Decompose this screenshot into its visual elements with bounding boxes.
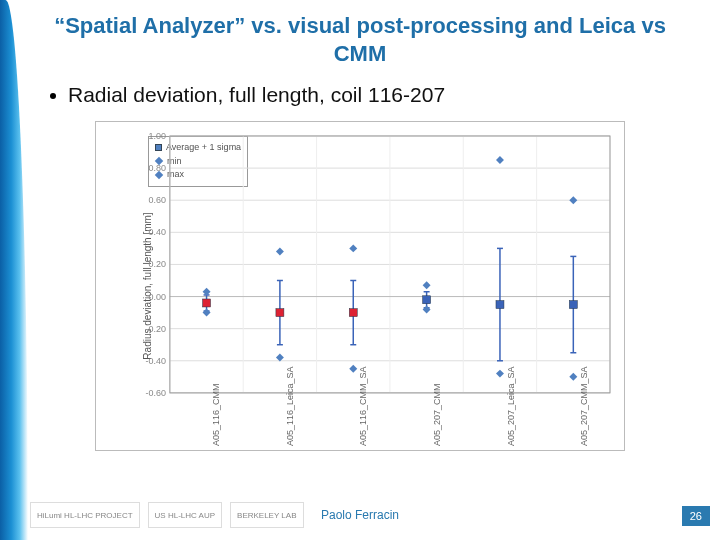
svg-text:0.80: 0.80 xyxy=(148,163,165,173)
svg-rect-34 xyxy=(276,309,284,317)
svg-text:0.00: 0.00 xyxy=(148,292,165,302)
slide-footer: HiLumi HL-LHC PROJECT US HL-LHC AUP BERK… xyxy=(0,492,720,534)
bullet-text: Radial deviation, full length, coil 116-… xyxy=(68,83,445,106)
chart-container: Radius deviation, full length [mm] Avera… xyxy=(95,121,625,451)
page-number: 26 xyxy=(682,506,710,526)
svg-rect-30 xyxy=(203,299,211,307)
svg-text:0.60: 0.60 xyxy=(148,195,165,205)
chart-category-label: A05_116_CMM xyxy=(211,383,221,446)
logo-lbnl: BERKELEY LAB xyxy=(230,502,303,528)
logo-row: HiLumi HL-LHC PROJECT US HL-LHC AUP BERK… xyxy=(30,502,304,528)
svg-rect-38 xyxy=(349,309,357,317)
logo-hilumi: HiLumi HL-LHC PROJECT xyxy=(30,502,140,528)
svg-rect-46 xyxy=(496,301,504,309)
chart-category-label: A05_207_CMM_SA xyxy=(579,366,589,446)
svg-text:-0.60: -0.60 xyxy=(145,388,165,397)
svg-text:-0.20: -0.20 xyxy=(145,324,165,334)
svg-text:0.40: 0.40 xyxy=(148,227,165,237)
slide-title: “Spatial Analyzer” vs. visual post-proce… xyxy=(0,0,720,77)
bullet-item: Radial deviation, full length, coil 116-… xyxy=(0,77,720,113)
chart-category-label: A05_116_CMM_SA xyxy=(358,366,368,446)
chart-plot-area: -0.60-0.40-0.200.000.200.400.600.801.00 xyxy=(140,132,616,397)
chart-category-label: A05_116_Leica_SA xyxy=(285,366,295,446)
chart-category-label: A05_207_CMM xyxy=(432,383,442,446)
chart-category-label: A05_207_Leica_SA xyxy=(506,366,516,446)
bullet-dot xyxy=(50,93,56,99)
author-name: Paolo Ferracin xyxy=(321,508,399,522)
logo-aup: US HL-LHC AUP xyxy=(148,502,222,528)
svg-text:0.20: 0.20 xyxy=(148,259,165,269)
svg-rect-50 xyxy=(569,301,577,309)
svg-text:1.00: 1.00 xyxy=(148,132,165,141)
svg-rect-42 xyxy=(423,296,431,304)
svg-text:-0.40: -0.40 xyxy=(145,356,165,366)
